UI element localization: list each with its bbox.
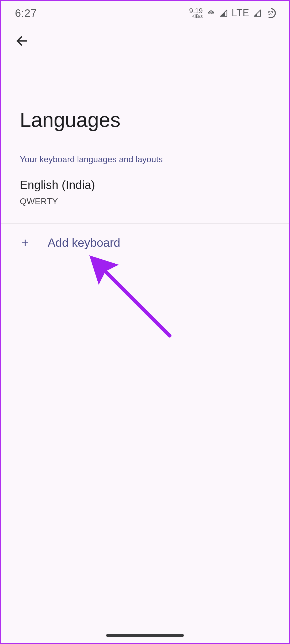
page-title: Languages [20,108,270,131]
back-button[interactable] [14,33,30,49]
svg-line-3 [104,270,170,336]
app-bar [1,25,289,57]
language-layout: QWERTY [20,196,270,206]
add-keyboard-button[interactable]: + Add keyboard [1,224,289,262]
hotspot-icon [207,9,216,18]
data-rate: 9.19 KiB/s [189,8,203,18]
status-bar: 6:27 9.19 KiB/s LTE [1,1,289,25]
plus-icon: + [20,236,30,249]
data-rate-value: 9.19 [189,8,203,14]
language-name: English (India) [20,178,270,192]
gesture-nav-bar[interactable] [106,634,184,637]
add-keyboard-label: Add keyboard [48,236,120,249]
arrow-left-icon [15,34,29,49]
network-type-label: LTE [232,7,249,19]
battery-percent: 57 [268,10,273,16]
battery-icon: 57 [265,8,276,18]
svg-point-0 [211,13,212,14]
status-time: 6:27 [15,7,37,19]
data-rate-unit: KiB/s [192,14,203,18]
signal-secondary-icon [253,9,262,17]
signal-icon [219,9,228,17]
section-heading: Your keyboard languages and layouts [20,154,270,164]
annotation-arrow [89,255,180,347]
status-right-cluster: 9.19 KiB/s LTE 57 [189,7,276,19]
language-item[interactable]: English (India) QWERTY [20,178,270,223]
